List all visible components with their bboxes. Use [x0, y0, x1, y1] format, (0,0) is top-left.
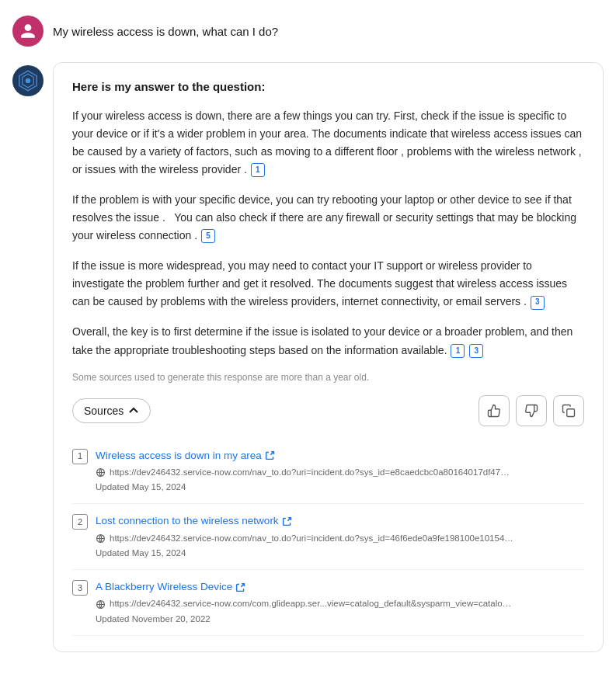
source-url-2: https://dev246432.service-now.com/nav_to…: [110, 532, 513, 545]
source-item-1: 1 Wireless access is down in my area: [72, 439, 584, 505]
citation-5[interactable]: 5: [201, 229, 215, 243]
source-item-2: 2 Lost connection to the wireless networ…: [72, 504, 584, 570]
source-item-3: 3 A Blackberry Wireless Device: [72, 570, 584, 636]
globe-icon-1: [96, 467, 106, 478]
source-updated-3: Updated November 20, 2022: [96, 613, 584, 626]
citation-1b[interactable]: 1: [451, 344, 465, 358]
user-avatar: [12, 16, 44, 47]
citation-3[interactable]: 3: [531, 296, 545, 310]
citation-1[interactable]: 1: [251, 163, 265, 177]
ai-message-row: Here is my answer to the question: If yo…: [12, 62, 604, 652]
source-url-row-2: https://dev246432.service-now.com/nav_to…: [96, 532, 584, 545]
sources-button-label: Sources: [84, 405, 124, 417]
globe-icon-2: [96, 533, 106, 544]
source-url-3: https://dev246432.service-now.com/com.gl…: [110, 597, 513, 610]
source-num-2: 2: [72, 514, 88, 530]
source-num-1: 1: [72, 449, 88, 464]
answer-paragraph-2: If the problem is with your specific dev…: [72, 191, 584, 245]
external-link-icon-3: [235, 582, 245, 592]
source-updated-2: Updated May 15, 2024: [96, 547, 584, 560]
ai-avatar-icon: [16, 68, 40, 93]
external-link-icon-1: [265, 450, 275, 460]
source-content-3: A Blackberry Wireless Device htt: [96, 579, 584, 626]
source-content-2: Lost connection to the wireless network: [96, 513, 584, 560]
answer-paragraph-4: Overall, the key is to first determine i…: [72, 323, 584, 359]
thumbs-down-button[interactable]: [516, 395, 547, 426]
sources-actions-row: Sources: [72, 395, 584, 426]
svg-rect-3: [567, 408, 575, 416]
source-title-3[interactable]: A Blackberry Wireless Device: [96, 579, 584, 595]
globe-icon-3: [96, 599, 106, 610]
source-url-1: https://dev246432.service-now.com/nav_to…: [110, 466, 513, 479]
thumbs-up-button[interactable]: [479, 395, 510, 426]
answer-paragraph-3: If the issue is more widespread, you may…: [72, 257, 584, 311]
ai-avatar: [12, 65, 44, 96]
thumbs-up-icon: [487, 404, 501, 418]
source-content-1: Wireless access is down in my area: [96, 448, 584, 495]
external-link-icon-2: [282, 516, 292, 526]
answer-paragraph-1: If your wireless access is down, there a…: [72, 107, 584, 179]
citation-3b[interactable]: 3: [469, 344, 483, 358]
source-url-row-3: https://dev246432.service-now.com/com.gl…: [96, 597, 584, 610]
svg-point-2: [26, 78, 30, 83]
sources-list: 1 Wireless access is down in my area: [72, 439, 584, 636]
answer-card: Here is my answer to the question: If yo…: [53, 62, 604, 652]
sources-button[interactable]: Sources: [72, 398, 151, 423]
answer-header: Here is my answer to the question:: [72, 78, 584, 96]
user-icon: [19, 23, 37, 40]
source-num-3: 3: [72, 580, 88, 596]
source-title-1[interactable]: Wireless access is down in my area: [96, 448, 584, 464]
source-updated-1: Updated May 15, 2024: [96, 481, 584, 494]
source-url-row-1: https://dev246432.service-now.com/nav_to…: [96, 466, 584, 479]
action-icons: [479, 395, 584, 426]
source-title-2[interactable]: Lost connection to the wireless network: [96, 513, 584, 529]
chevron-up-icon: [128, 405, 139, 416]
copy-button[interactable]: [553, 395, 584, 426]
user-question: My wireless access is down, what can I d…: [53, 16, 278, 41]
thumbs-down-icon: [524, 404, 538, 418]
old-sources-notice: Some sources used to generate this respo…: [72, 370, 584, 384]
user-message-row: My wireless access is down, what can I d…: [12, 16, 604, 47]
copy-icon: [562, 404, 576, 418]
